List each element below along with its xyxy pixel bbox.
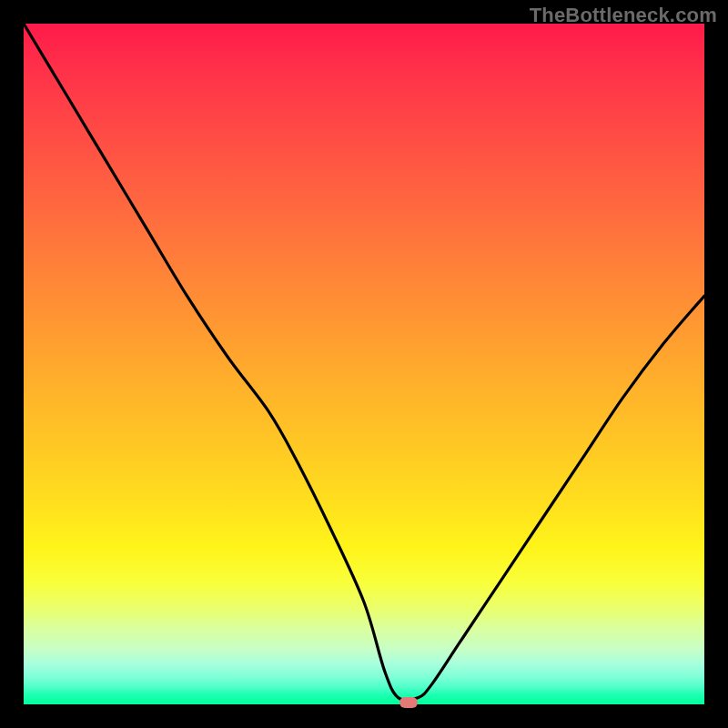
chart-frame: TheBottleneck.com <box>0 0 728 728</box>
watermark-label: TheBottleneck.com <box>530 4 717 27</box>
curve-path <box>24 24 704 700</box>
bottleneck-curve <box>24 24 704 704</box>
optimal-point-marker <box>399 697 418 708</box>
plot-area <box>24 24 704 704</box>
